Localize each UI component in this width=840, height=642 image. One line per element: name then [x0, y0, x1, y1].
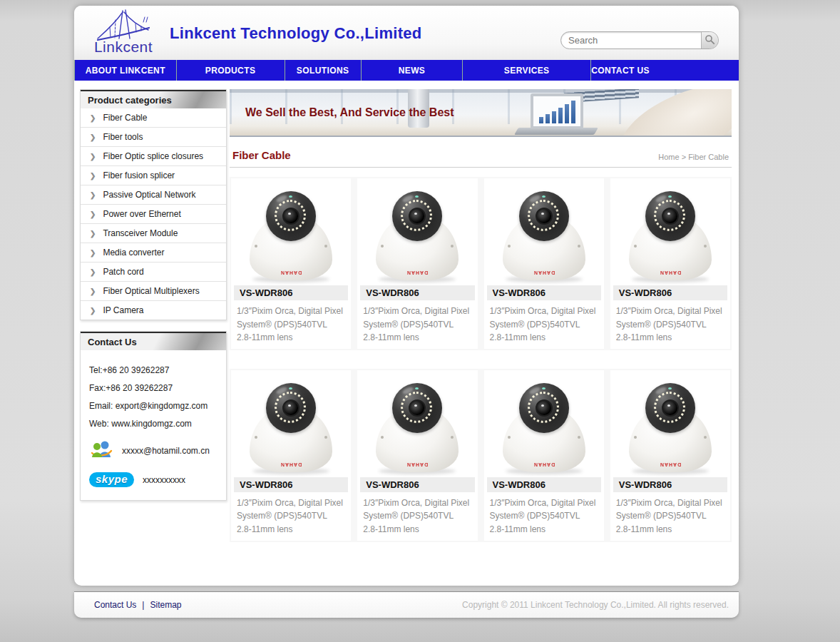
page-title: Fiber Cable [232, 149, 291, 161]
camera-brand-label: DAHAN [503, 462, 585, 467]
product-image[interactable]: DAHAN [610, 178, 730, 282]
product-image[interactable]: DAHAN [484, 178, 604, 282]
product-name-link[interactable]: VS-WDR806 [360, 477, 474, 492]
skype-address: xxxxxxxxxx [143, 475, 185, 485]
product-description: 1/3″Pixim Orca, Digital Pixel System® (D… [357, 492, 477, 536]
camera-brand-label: DAHAN [250, 270, 332, 275]
category-item[interactable]: ❯ Fiber Optic splice closures [81, 147, 226, 166]
banner-laptop-base [514, 128, 598, 135]
company-title: Linkcent Technology Co.,Limited [170, 24, 422, 43]
chevron-right-icon: ❯ [90, 153, 96, 160]
banner: We Sell the Best, And Service the Best [230, 89, 732, 137]
camera-brand-label: DAHAN [629, 270, 712, 275]
chevron-right-icon: ❯ [90, 268, 96, 276]
camera-brand-label: DAHAN [503, 270, 585, 275]
product-image[interactable]: DAHAN [231, 370, 351, 474]
dome-camera-image: DAHAN [244, 191, 338, 282]
product-description: 1/3″Pixim Orca, Digital Pixel System® (D… [610, 492, 730, 536]
product-name-link[interactable]: VS-WDR806 [360, 285, 474, 300]
footer-sitemap-link[interactable]: Sitemap [150, 600, 181, 610]
category-label: IP Camera [103, 305, 143, 315]
dome-camera-image: DAHAN [370, 191, 464, 282]
category-item[interactable]: ❯ IP Camera [81, 301, 226, 320]
camera-brand-label: DAHAN [250, 462, 332, 467]
category-label: Fiber Cable [103, 113, 147, 123]
product-card: DAHAN VS-WDR806 1/3″Pixim Orca, Digital [357, 178, 477, 349]
msn-messenger-icon [89, 439, 113, 462]
footer-link-separator: | [142, 600, 144, 610]
category-item[interactable]: ❯ Power over Ethernet [81, 205, 226, 224]
product-categories-box: Product categories ❯ Fiber Cable ❯ Fiber… [80, 89, 227, 320]
banner-slogan: We Sell the Best, And Service the Best [245, 106, 454, 119]
nav-item[interactable]: CONTACT US [590, 60, 650, 81]
product-card: DAHAN VS-WDR806 1/3″Pixim Orca, Digital [610, 178, 730, 349]
category-label: Passive Optical Network [103, 190, 195, 200]
chevron-right-icon: ❯ [90, 172, 96, 180]
search-input[interactable] [561, 35, 701, 46]
search-box [560, 31, 719, 49]
product-name-link[interactable]: VS-WDR806 [487, 285, 601, 300]
product-name-link[interactable]: VS-WDR806 [234, 285, 348, 300]
contact-email: Email: export@kingdomgz.com [89, 401, 217, 411]
breadcrumb-current: Fiber Cable [688, 153, 729, 161]
search-button[interactable] [701, 31, 718, 49]
nav-item[interactable]: ABOUT LINKCENT [74, 60, 176, 81]
product-image[interactable]: DAHAN [610, 370, 730, 474]
dome-camera-image: DAHAN [497, 383, 591, 474]
category-item[interactable]: ❯ Fiber Optical Multiplexers [81, 282, 226, 301]
camera-brand-label: DAHAN [629, 462, 712, 467]
camera-brand-label: DAHAN [376, 462, 459, 467]
dome-camera-image: DAHAN [370, 383, 464, 474]
product-name-link[interactable]: VS-WDR806 [487, 477, 601, 492]
category-item[interactable]: ❯ Media converter [81, 243, 226, 263]
product-categories-header: Product categories [81, 90, 226, 108]
main-area: We Sell the Best, And Service the Best F… [230, 89, 732, 542]
nav-item[interactable]: NEWS [361, 60, 463, 81]
chevron-right-icon: ❯ [90, 210, 96, 218]
footer-contact-us-link[interactable]: Contact Us [94, 600, 136, 610]
product-image[interactable]: DAHAN [357, 178, 477, 282]
chevron-right-icon: ❯ [90, 230, 96, 238]
banner-laptop-chart [531, 93, 583, 129]
chevron-right-icon: ❯ [90, 287, 96, 295]
logo-text: Linkcent [84, 39, 163, 56]
logo[interactable]: Linkcent [84, 9, 163, 56]
category-item[interactable]: ❯ Fiber tools [81, 128, 226, 147]
skype-logo-icon: skype [89, 472, 134, 487]
bridge-logo-icon [84, 9, 163, 43]
product-row-1: DAHAN VS-WDR806 1/3″Pixim Orca, Digital [230, 177, 732, 350]
product-description: 1/3″Pixim Orca, Digital Pixel System® (D… [231, 300, 351, 345]
product-name-link[interactable]: VS-WDR806 [613, 285, 727, 300]
category-item[interactable]: ❯ Fiber fusion splicer [81, 166, 226, 185]
category-label: Fiber Optic splice closures [103, 151, 203, 161]
contact-web: Web: www.kingdomgz.com [89, 419, 217, 429]
category-label: Fiber Optical Multiplexers [103, 286, 199, 296]
nav-item[interactable]: SERVICES [462, 60, 590, 81]
product-image[interactable]: DAHAN [357, 370, 477, 474]
category-item[interactable]: ❯ Patch cord [81, 263, 226, 282]
nav-item[interactable]: PRODUCTS [176, 60, 285, 81]
product-description: 1/3″Pixim Orca, Digital Pixel System® (D… [357, 300, 477, 345]
chevron-right-icon: ❯ [90, 133, 96, 141]
product-description: 1/3″Pixim Orca, Digital Pixel System® (D… [231, 492, 351, 536]
product-image[interactable]: DAHAN [231, 178, 351, 282]
product-description: 1/3″Pixim Orca, Digital Pixel System® (D… [484, 300, 604, 345]
nav-item[interactable]: SOLUTIONS [285, 60, 361, 81]
chevron-right-icon: ❯ [90, 114, 96, 122]
category-item[interactable]: ❯ Passive Optical Network [81, 185, 226, 205]
dome-camera-image: DAHAN [244, 383, 338, 474]
breadcrumb-home-link[interactable]: Home [658, 153, 679, 161]
category-item[interactable]: ❯ Transceiver Module [81, 224, 226, 243]
category-item[interactable]: ❯ Fiber Cable [81, 108, 226, 128]
product-name-link[interactable]: VS-WDR806 [613, 477, 727, 492]
breadcrumb-separator: > [682, 153, 686, 161]
skype-row: skype xxxxxxxxxx [89, 472, 217, 487]
camera-lens [282, 208, 299, 225]
product-image[interactable]: DAHAN [484, 370, 604, 474]
category-label: Transceiver Module [103, 228, 178, 238]
breadcrumb[interactable]: Home > Fiber Cable [658, 153, 729, 161]
product-name-link[interactable]: VS-WDR806 [234, 477, 348, 492]
contact-us-box: Contact Us Tel:+86 20 39262287 Fax:+86 2… [80, 331, 227, 501]
category-label: Power over Ethernet [103, 209, 180, 219]
product-card: DAHAN VS-WDR806 1/3″Pixim Orca, Digital [231, 178, 351, 349]
